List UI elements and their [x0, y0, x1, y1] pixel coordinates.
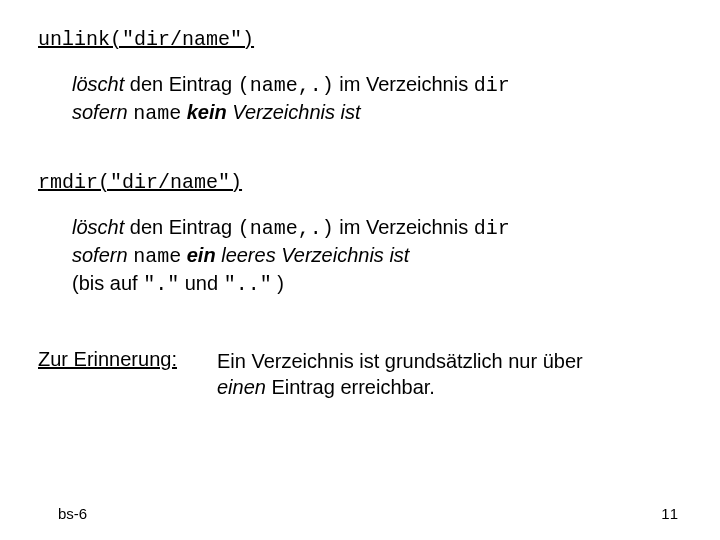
reminder-text: Ein Verzeichnis ist grundsätzlich nur üb… — [217, 348, 583, 400]
page-number: 11 — [661, 505, 678, 522]
block-rmdir: rmdir("dir/name") löscht den Eintrag (na… — [38, 171, 682, 298]
line: (bis auf "." und ".." ) — [72, 270, 682, 298]
desc-rmdir: löscht den Eintrag (name,.) im Verzeichn… — [72, 214, 682, 298]
code: (name,.) — [238, 217, 334, 240]
text: leeres — [216, 244, 282, 266]
reminder-label: Zur Erinnerung: — [38, 348, 177, 371]
text: im Verzeichnis — [334, 73, 474, 95]
footer-left: bs-6 — [58, 505, 87, 522]
text: ) — [272, 272, 284, 294]
heading-rmdir: rmdir("dir/name") — [38, 171, 682, 194]
heading-unlink: unlink("dir/name") — [38, 28, 682, 51]
line: löscht den Eintrag (name,.) im Verzeichn… — [72, 71, 682, 99]
text: Verzeichnis ist — [281, 244, 409, 266]
line: sofern name kein Verzeichnis ist — [72, 99, 682, 127]
code: "." — [143, 273, 179, 296]
text: den Eintrag — [124, 73, 237, 95]
text: (bis auf — [72, 272, 143, 294]
code: dir — [474, 217, 510, 240]
text: den Eintrag — [124, 216, 237, 238]
reminder-row: Zur Erinnerung: Ein Verzeichnis ist grun… — [38, 348, 682, 400]
code: (name,.) — [238, 74, 334, 97]
text: löscht — [72, 216, 124, 238]
text: im Verzeichnis — [334, 216, 474, 238]
footer: bs-6 11 — [0, 505, 720, 522]
line: löscht den Eintrag (name,.) im Verzeichn… — [72, 214, 682, 242]
text: einen — [217, 376, 266, 398]
code: name — [133, 245, 181, 268]
text: sofern — [72, 101, 133, 123]
line: sofern name ein leeres Verzeichnis ist — [72, 242, 682, 270]
slide: unlink("dir/name") löscht den Eintrag (n… — [0, 0, 720, 540]
line: Ein Verzeichnis ist grundsätzlich nur üb… — [217, 348, 583, 374]
text: kein — [181, 101, 227, 123]
line: einen Eintrag erreichbar. — [217, 374, 583, 400]
text: ein — [181, 244, 215, 266]
desc-unlink: löscht den Eintrag (name,.) im Verzeichn… — [72, 71, 682, 127]
text: löscht — [72, 73, 124, 95]
code: dir — [474, 74, 510, 97]
code: name — [133, 102, 181, 125]
code: ".." — [224, 273, 272, 296]
text: Eintrag erreichbar. — [266, 376, 435, 398]
text: sofern — [72, 244, 133, 266]
text: und — [179, 272, 223, 294]
block-unlink: unlink("dir/name") löscht den Eintrag (n… — [38, 28, 682, 127]
text: Verzeichnis ist — [227, 101, 361, 123]
